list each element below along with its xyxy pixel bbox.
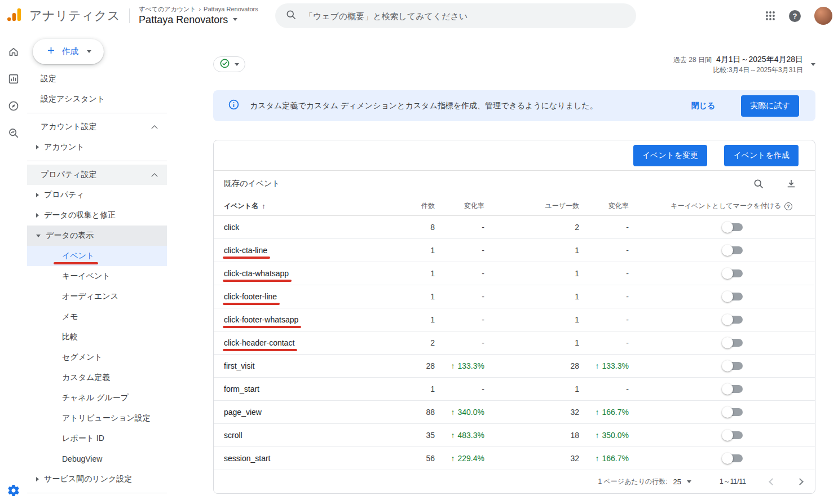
help-icon[interactable] [789,10,801,22]
create-button[interactable]: 作成 [33,39,104,64]
date-range-value: 4月1日～2025年4月28日 [716,55,803,64]
red-underline-annotation [223,326,301,329]
search-bar[interactable] [275,3,636,28]
event-count: 1 [430,384,435,394]
table-title-row: 既存のイベント [214,171,815,197]
sidebar-item-label: データの表示 [46,231,94,241]
previous-page-button[interactable] [769,478,776,485]
sidebar-item-memos[interactable]: メモ [27,307,167,327]
rows-per-page-select[interactable]: 25 [673,478,691,486]
column-header-change[interactable]: 変化率 [435,201,484,211]
key-event-toggle[interactable] [724,339,743,347]
event-users: 2 [575,223,579,232]
event-users-change: 133.3% [596,361,629,370]
sidebar-item-data-collection[interactable]: データの収集と修正 [27,205,167,226]
column-header-count[interactable]: 件数 [383,201,435,211]
sort-ascending-icon [262,202,266,210]
sidebar-item-debugview[interactable]: DebugView [27,449,167,469]
sidebar-item-key-events[interactable]: キーイベント [27,266,167,286]
search-input[interactable] [305,11,626,21]
key-event-toggle[interactable] [724,223,743,231]
create-event-button[interactable]: イベントを作成 [724,145,799,166]
admin-sidebar: 作成 設定設定アシスタントアカウント設定アカウントプロパティ設定プロパティデータ… [27,32,167,504]
event-count: 1 [430,269,435,278]
date-range-picker[interactable]: 過去 28 日間4月1日～2025年4月28日 比較:3月4日～2025年3月3… [673,54,815,75]
analytics-home-link[interactable]: アナリティクス [6,6,120,25]
key-event-toggle[interactable] [724,316,743,324]
sidebar-item-label: セグメント [62,352,103,362]
sidebar-item-segments[interactable]: セグメント [27,347,167,368]
data-quality-chip[interactable] [213,56,245,72]
sidebar-item-report-id[interactable]: レポート ID [27,428,167,449]
event-users: 1 [575,315,579,324]
header-divider [129,8,130,23]
events-card: イベントを変更 イベントを作成 既存のイベント イベント名 件数 [213,140,815,494]
event-count: 35 [426,431,435,440]
event-name: click-cta-whatsapp [224,269,289,278]
modify-events-button[interactable]: イベントを変更 [633,145,708,166]
breadcrumb-separator-icon: › [199,6,201,14]
download-icon[interactable] [786,178,797,189]
sidebar-nav: 設定設定アシスタントアカウント設定アカウントプロパティ設定プロパティデータの収集… [27,69,167,493]
avatar[interactable] [814,7,832,25]
column-header-users-change[interactable]: 変化率 [579,201,629,211]
toggle-thumb [722,430,733,441]
sidebar-item-label: オーディエンス [62,291,118,302]
red-underline-annotation [54,262,98,265]
toggle-thumb [722,291,733,302]
apps-grid-icon[interactable] [765,11,775,21]
key-event-toggle[interactable] [724,408,743,416]
next-page-button[interactable] [796,478,804,485]
chevron-right-icon [36,477,39,481]
sidebar-item-label: カスタム定義 [62,373,110,383]
search-icon [285,9,297,23]
key-event-toggle[interactable] [724,385,743,393]
admin-gear-icon[interactable] [7,484,20,499]
toggle-thumb [722,337,733,348]
chevron-right-icon [36,193,39,197]
key-event-toggle[interactable] [724,362,743,370]
explore-icon[interactable] [7,99,20,113]
sidebar-item-comparisons[interactable]: 比較 [27,327,167,347]
info-banner: カスタム定義でカスタム ディメンションとカスタム指標を作成、管理できるようになり… [213,90,815,121]
banner-cta-button[interactable]: 実際に試す [741,95,799,117]
sidebar-item-setup-assistant[interactable]: 設定アシスタント [27,89,167,109]
key-event-toggle[interactable] [724,293,743,300]
key-event-toggle[interactable] [724,454,743,462]
key-event-toggle[interactable] [724,246,743,254]
event-name: click-footer-whatsapp [224,315,298,324]
sidebar-item-data-display[interactable]: データの表示 [27,226,167,246]
sidebar-item-cross-service-links[interactable]: サービス間のリンク設定 [27,469,167,489]
sidebar-item-property-settings[interactable]: プロパティ設定 [27,165,167,185]
property-selector[interactable]: Pattaya Renovators [139,14,258,26]
toggle-thumb [722,360,733,372]
event-users-change: 350.0% [596,431,629,440]
table-row: session_start56229.4%32166.7% [214,447,815,470]
sidebar-item-property[interactable]: プロパティ [27,185,167,205]
sidebar-item-account[interactable]: アカウント [27,137,167,157]
sidebar-item-custom-definitions[interactable]: カスタム定義 [27,368,167,388]
advertising-icon[interactable] [7,126,20,140]
table-row: click-cta-whatsapp1-1- [214,262,815,285]
sidebar-item-events[interactable]: イベント [27,246,167,266]
account-block: すべてのアカウント › Pattaya Renovators Pattaya R… [139,6,258,26]
event-name: click [224,223,239,232]
app-title: アナリティクス [29,7,120,24]
banner-dismiss-button[interactable]: 閉じる [691,101,716,111]
sidebar-item-audiences[interactable]: オーディエンス [27,286,167,307]
chevron-up-icon [151,125,157,131]
sidebar-item-channel-groups[interactable]: チャネル グループ [27,388,167,408]
help-circle-icon[interactable] [784,202,792,210]
event-count: 56 [426,454,435,463]
home-icon[interactable] [7,45,20,59]
key-event-toggle[interactable] [724,269,743,277]
sidebar-item-label: DebugView [62,454,102,463]
sidebar-item-account-settings[interactable]: アカウント設定 [27,117,167,137]
sidebar-item-label: プロパティ設定 [41,170,97,180]
sidebar-item-attribution-settings[interactable]: アトリビューション設定 [27,408,167,428]
key-event-toggle[interactable] [724,431,743,439]
column-header-event-name[interactable]: イベント名 [224,201,266,211]
column-header-users[interactable]: ユーザー数 [484,201,579,211]
reports-icon[interactable] [7,72,20,86]
table-search-icon[interactable] [753,178,764,189]
